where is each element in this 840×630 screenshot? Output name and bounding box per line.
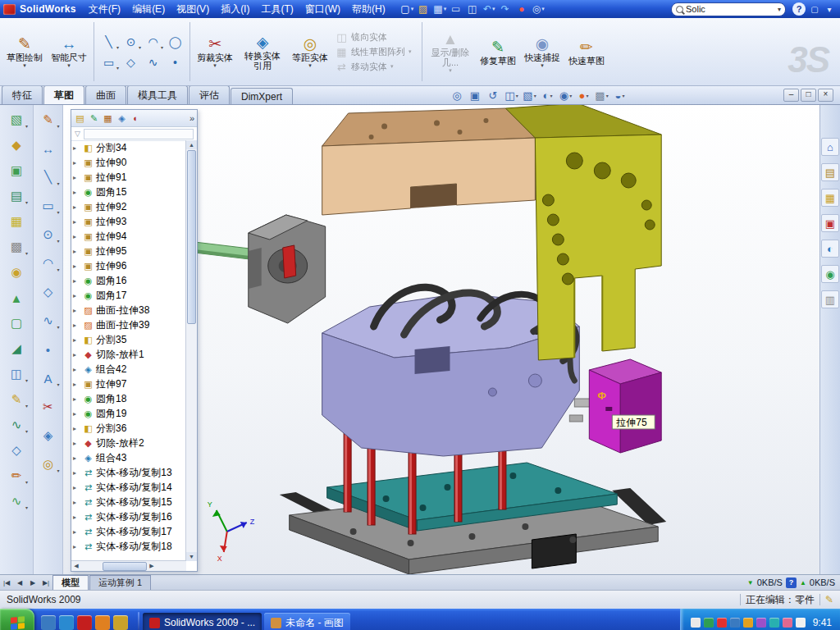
home-icon[interactable]: ⌂ bbox=[821, 138, 839, 156]
expand-arrow-icon[interactable]: ▸ bbox=[73, 277, 80, 285]
circle-icon[interactable]: ⊙▾ bbox=[37, 225, 60, 244]
offset-entities-button[interactable]: ◎ 等距实体 ▾ bbox=[289, 20, 331, 84]
expand-arrow-icon[interactable]: ▸ bbox=[73, 440, 80, 447]
scroll-up-icon[interactable]: ▲ bbox=[186, 140, 197, 149]
tree-item[interactable]: ▸ ▨ 曲面-拉伸38 bbox=[73, 303, 186, 317]
ellipse-icon[interactable]: ◯ bbox=[164, 31, 186, 52]
ime-icon[interactable] bbox=[691, 618, 701, 628]
tree-filter-input[interactable] bbox=[84, 129, 194, 139]
volume-icon[interactable] bbox=[796, 618, 806, 628]
command-tab[interactable]: 草图 bbox=[43, 85, 84, 104]
update-icon[interactable] bbox=[743, 618, 753, 628]
part-magenta-block[interactable]: Φ bbox=[589, 359, 661, 453]
display-delete-relations-button[interactable]: ▲ 显示/删除几... ▾ bbox=[426, 20, 475, 84]
design-library-icon[interactable]: ▤ bbox=[821, 163, 839, 181]
shell-icon[interactable]: ▢ bbox=[5, 313, 28, 333]
tree-item[interactable]: ▸ ◉ 圆角17 bbox=[73, 288, 186, 303]
propertymanager-tab-icon[interactable]: ✎ bbox=[88, 112, 100, 125]
menu-item[interactable]: 窗口(W) bbox=[299, 1, 346, 18]
tree-item[interactable]: ▸ ⇄ 实体-移动/复制16 bbox=[73, 509, 186, 524]
expand-arrow-icon[interactable]: ▸ bbox=[73, 543, 80, 550]
save-icon[interactable]: ▦▾ bbox=[432, 2, 448, 16]
expand-arrow-icon[interactable]: ▸ bbox=[73, 248, 80, 255]
tree-item[interactable]: ▸ ⇄ 实体-移动/复制18 bbox=[73, 539, 186, 554]
close-doc-icon[interactable]: × bbox=[818, 89, 833, 102]
expand-arrow-icon[interactable]: ▸ bbox=[73, 381, 80, 388]
print-preview-icon[interactable]: ◫ bbox=[465, 2, 481, 16]
study-tab[interactable]: 模型 bbox=[52, 575, 89, 590]
download-icon[interactable] bbox=[769, 618, 779, 628]
tree-item[interactable]: ▸ ⇄ 实体-移动/复制13 bbox=[73, 465, 186, 480]
tree-item[interactable]: ▸ ▣ 拉伸95 bbox=[73, 244, 186, 258]
expand-arrow-icon[interactable]: ▸ bbox=[73, 233, 80, 240]
draft-icon[interactable]: ◢ bbox=[5, 339, 28, 358]
polygon-icon[interactable]: ◇ bbox=[120, 52, 142, 72]
media-icon[interactable] bbox=[783, 618, 792, 628]
scroll-left-icon[interactable]: ◀ bbox=[71, 563, 81, 569]
arc-icon[interactable]: ◠▾ bbox=[142, 31, 164, 52]
expand-arrow-icon[interactable]: ▸ bbox=[73, 484, 80, 491]
expand-arrow-icon[interactable]: ▸ bbox=[73, 189, 80, 196]
restore-doc-icon[interactable]: □ bbox=[801, 89, 816, 102]
open-icon[interactable]: ▨ bbox=[416, 2, 431, 16]
swept-boss-icon[interactable]: ▣ bbox=[5, 161, 28, 180]
security-icon[interactable] bbox=[717, 618, 727, 628]
expand-arrow-icon[interactable]: ▸ bbox=[73, 307, 80, 314]
search-box[interactable]: Solic ▾ bbox=[671, 2, 786, 16]
tree-item[interactable]: ▸ ▣ 拉伸90 bbox=[73, 155, 186, 170]
mirror-icon[interactable]: ◫▾ bbox=[5, 364, 28, 384]
hide-show-items-icon[interactable]: ◉▾ bbox=[557, 89, 574, 103]
file-explorer-icon[interactable]: ▦ bbox=[821, 189, 839, 207]
ie-icon[interactable] bbox=[59, 615, 74, 630]
polygon-icon[interactable]: ◇ bbox=[37, 282, 60, 302]
tree-item[interactable]: ▸ ◉ 圆角18 bbox=[73, 391, 186, 406]
tree-item[interactable]: ▸ ▣ 拉伸96 bbox=[73, 258, 186, 273]
antivirus-icon[interactable] bbox=[704, 618, 714, 628]
command-tab[interactable]: 特征 bbox=[2, 85, 43, 104]
task-solidworks[interactable]: SolidWorks 2009 - ... bbox=[143, 613, 262, 630]
rectangle-icon[interactable]: ▭▾ bbox=[37, 196, 60, 216]
expand-arrow-icon[interactable]: ▸ bbox=[73, 322, 80, 329]
study-tab[interactable]: 运动算例 1 bbox=[89, 575, 151, 590]
featuremanager-tab-icon[interactable]: ▤ bbox=[74, 112, 86, 125]
spline-icon[interactable]: ∿ bbox=[142, 52, 164, 72]
rapid-sketch-button[interactable]: ✏ 快速草图 bbox=[565, 20, 608, 84]
tree-item[interactable]: ▸ ◉ 圆角15 bbox=[73, 185, 186, 199]
filter-icon[interactable]: ▽ bbox=[75, 130, 80, 138]
tree-item[interactable]: ▸ ▣ 拉伸94 bbox=[73, 229, 186, 244]
expand-arrow-icon[interactable]: ▸ bbox=[73, 499, 80, 506]
convert-entities-button[interactable]: ◈ 转换实体引用 bbox=[238, 20, 287, 84]
command-tab[interactable]: 评估 bbox=[189, 85, 230, 104]
titlebar-menu-icon[interactable]: ▾ bbox=[822, 2, 837, 16]
spline-icon[interactable]: ∿▾ bbox=[37, 311, 60, 331]
custom-properties-icon[interactable]: ▥ bbox=[821, 290, 839, 308]
tab-nav-icon[interactable]: ▶ bbox=[26, 579, 39, 587]
revolved-boss-icon[interactable]: ◆ bbox=[5, 135, 28, 155]
sketch-tools-icon[interactable]: ✏▾ bbox=[5, 466, 28, 486]
tree-item[interactable]: ▸ ◆ 切除-放样2 bbox=[73, 436, 186, 450]
tree-item[interactable]: ▸ ⇄ 实体-移动/复制17 bbox=[73, 524, 186, 539]
tab-nav-icon[interactable]: |◀ bbox=[0, 579, 13, 587]
circle-icon[interactable]: ⊙▾ bbox=[120, 31, 142, 52]
task-paint[interactable]: 未命名 - 画图 bbox=[264, 613, 350, 630]
rib-icon[interactable]: ▲ bbox=[5, 288, 28, 308]
new-document-icon[interactable]: ▢▾ bbox=[399, 2, 415, 16]
lofted-boss-icon[interactable]: ▤▾ bbox=[5, 186, 28, 206]
network-icon[interactable] bbox=[730, 618, 740, 628]
configurationmanager-tab-icon[interactable]: ▦ bbox=[102, 112, 114, 125]
expand-arrow-icon[interactable]: ▸ bbox=[73, 174, 80, 181]
expand-arrow-icon[interactable]: ▸ bbox=[73, 410, 80, 418]
tree-item[interactable]: ▸ ▣ 拉伸97 bbox=[73, 377, 186, 391]
messenger-icon[interactable] bbox=[756, 618, 766, 628]
sketch-button[interactable]: ✎ 草图绘制 ▾ bbox=[3, 20, 46, 84]
dimxpertmanager-tab-icon[interactable]: ◈ bbox=[116, 112, 128, 125]
trim-entities-button[interactable]: ✂ 剪裁实体 ▾ bbox=[194, 20, 236, 84]
search-input[interactable]: Solic bbox=[686, 4, 775, 14]
expand-arrow-icon[interactable]: ▸ bbox=[73, 528, 80, 536]
previous-view-icon[interactable]: ↺ bbox=[485, 89, 502, 103]
tree-item[interactable]: ▸ ⇄ 实体-移动/复制14 bbox=[73, 480, 186, 495]
scrollbar-thumb[interactable] bbox=[103, 562, 147, 571]
rectangle-icon[interactable]: ▭▾ bbox=[98, 52, 120, 72]
convert-entities-icon[interactable]: ◈ bbox=[37, 426, 60, 445]
appearances-icon[interactable]: ◐ bbox=[821, 240, 839, 258]
